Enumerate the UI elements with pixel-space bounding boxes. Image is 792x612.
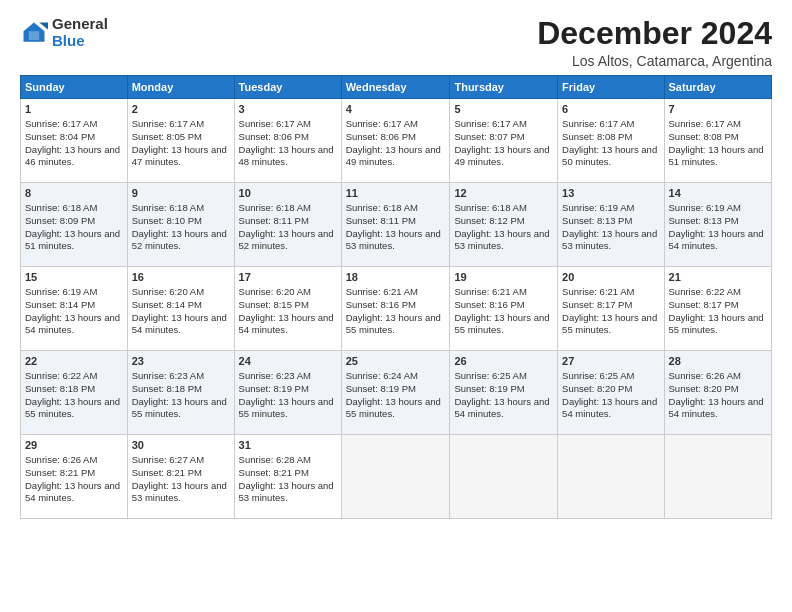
- calendar-week-row: 8Sunrise: 6:18 AMSunset: 8:09 PMDaylight…: [21, 183, 772, 267]
- daylight-text: Daylight: 13 hours and 54 minutes.: [239, 312, 334, 336]
- table-row: [558, 435, 664, 519]
- daylight-text: Daylight: 13 hours and 48 minutes.: [239, 144, 334, 168]
- day-number: 25: [346, 354, 446, 369]
- sunrise-text: Sunrise: 6:22 AM: [25, 370, 97, 381]
- table-row: 15Sunrise: 6:19 AMSunset: 8:14 PMDayligh…: [21, 267, 128, 351]
- sunrise-text: Sunrise: 6:24 AM: [346, 370, 418, 381]
- sunrise-text: Sunrise: 6:18 AM: [25, 202, 97, 213]
- sunset-text: Sunset: 8:16 PM: [346, 299, 416, 310]
- table-row: 18Sunrise: 6:21 AMSunset: 8:16 PMDayligh…: [341, 267, 450, 351]
- day-number: 15: [25, 270, 123, 285]
- day-number: 20: [562, 270, 659, 285]
- sunset-text: Sunset: 8:19 PM: [454, 383, 524, 394]
- sunset-text: Sunset: 8:05 PM: [132, 131, 202, 142]
- daylight-text: Daylight: 13 hours and 52 minutes.: [132, 228, 227, 252]
- logo-icon: [20, 19, 48, 47]
- sunset-text: Sunset: 8:21 PM: [25, 467, 95, 478]
- sunrise-text: Sunrise: 6:20 AM: [132, 286, 204, 297]
- sunrise-text: Sunrise: 6:26 AM: [669, 370, 741, 381]
- sunrise-text: Sunrise: 6:17 AM: [25, 118, 97, 129]
- table-row: 3Sunrise: 6:17 AMSunset: 8:06 PMDaylight…: [234, 99, 341, 183]
- col-thursday: Thursday: [450, 76, 558, 99]
- daylight-text: Daylight: 13 hours and 54 minutes.: [669, 396, 764, 420]
- table-row: 19Sunrise: 6:21 AMSunset: 8:16 PMDayligh…: [450, 267, 558, 351]
- day-number: 30: [132, 438, 230, 453]
- daylight-text: Daylight: 13 hours and 55 minutes.: [346, 396, 441, 420]
- daylight-text: Daylight: 13 hours and 54 minutes.: [25, 312, 120, 336]
- daylight-text: Daylight: 13 hours and 54 minutes.: [132, 312, 227, 336]
- svg-rect-2: [29, 31, 40, 40]
- sunrise-text: Sunrise: 6:17 AM: [454, 118, 526, 129]
- daylight-text: Daylight: 13 hours and 52 minutes.: [239, 228, 334, 252]
- day-number: 22: [25, 354, 123, 369]
- table-row: 4Sunrise: 6:17 AMSunset: 8:06 PMDaylight…: [341, 99, 450, 183]
- col-monday: Monday: [127, 76, 234, 99]
- day-number: 26: [454, 354, 553, 369]
- day-number: 21: [669, 270, 767, 285]
- daylight-text: Daylight: 13 hours and 55 minutes.: [562, 312, 657, 336]
- daylight-text: Daylight: 13 hours and 54 minutes.: [25, 480, 120, 504]
- table-row: 1Sunrise: 6:17 AMSunset: 8:04 PMDaylight…: [21, 99, 128, 183]
- table-row: 17Sunrise: 6:20 AMSunset: 8:15 PMDayligh…: [234, 267, 341, 351]
- sunset-text: Sunset: 8:07 PM: [454, 131, 524, 142]
- table-row: 2Sunrise: 6:17 AMSunset: 8:05 PMDaylight…: [127, 99, 234, 183]
- sunrise-text: Sunrise: 6:19 AM: [669, 202, 741, 213]
- sunrise-text: Sunrise: 6:18 AM: [239, 202, 311, 213]
- sunrise-text: Sunrise: 6:20 AM: [239, 286, 311, 297]
- daylight-text: Daylight: 13 hours and 51 minutes.: [669, 144, 764, 168]
- header: General Blue December 2024 Los Altos, Ca…: [20, 16, 772, 69]
- day-number: 12: [454, 186, 553, 201]
- sunrise-text: Sunrise: 6:28 AM: [239, 454, 311, 465]
- sunset-text: Sunset: 8:04 PM: [25, 131, 95, 142]
- daylight-text: Daylight: 13 hours and 54 minutes.: [562, 396, 657, 420]
- table-row: [450, 435, 558, 519]
- day-number: 14: [669, 186, 767, 201]
- table-row: 31Sunrise: 6:28 AMSunset: 8:21 PMDayligh…: [234, 435, 341, 519]
- table-row: 16Sunrise: 6:20 AMSunset: 8:14 PMDayligh…: [127, 267, 234, 351]
- month-title: December 2024: [537, 16, 772, 51]
- sunset-text: Sunset: 8:19 PM: [239, 383, 309, 394]
- daylight-text: Daylight: 13 hours and 55 minutes.: [25, 396, 120, 420]
- day-number: 11: [346, 186, 446, 201]
- table-row: 11Sunrise: 6:18 AMSunset: 8:11 PMDayligh…: [341, 183, 450, 267]
- col-sunday: Sunday: [21, 76, 128, 99]
- sunset-text: Sunset: 8:16 PM: [454, 299, 524, 310]
- calendar-week-row: 1Sunrise: 6:17 AMSunset: 8:04 PMDaylight…: [21, 99, 772, 183]
- day-number: 9: [132, 186, 230, 201]
- day-number: 13: [562, 186, 659, 201]
- sunrise-text: Sunrise: 6:27 AM: [132, 454, 204, 465]
- table-row: 26Sunrise: 6:25 AMSunset: 8:19 PMDayligh…: [450, 351, 558, 435]
- day-number: 3: [239, 102, 337, 117]
- sunrise-text: Sunrise: 6:21 AM: [562, 286, 634, 297]
- sunrise-text: Sunrise: 6:17 AM: [132, 118, 204, 129]
- logo-text: General Blue: [52, 16, 108, 49]
- sunset-text: Sunset: 8:14 PM: [25, 299, 95, 310]
- table-row: 24Sunrise: 6:23 AMSunset: 8:19 PMDayligh…: [234, 351, 341, 435]
- sunrise-text: Sunrise: 6:17 AM: [346, 118, 418, 129]
- day-number: 2: [132, 102, 230, 117]
- sunset-text: Sunset: 8:12 PM: [454, 215, 524, 226]
- table-row: 9Sunrise: 6:18 AMSunset: 8:10 PMDaylight…: [127, 183, 234, 267]
- sunset-text: Sunset: 8:08 PM: [562, 131, 632, 142]
- table-row: 14Sunrise: 6:19 AMSunset: 8:13 PMDayligh…: [664, 183, 771, 267]
- sunrise-text: Sunrise: 6:22 AM: [669, 286, 741, 297]
- table-row: 29Sunrise: 6:26 AMSunset: 8:21 PMDayligh…: [21, 435, 128, 519]
- sunrise-text: Sunrise: 6:18 AM: [132, 202, 204, 213]
- sunrise-text: Sunrise: 6:19 AM: [25, 286, 97, 297]
- table-row: 7Sunrise: 6:17 AMSunset: 8:08 PMDaylight…: [664, 99, 771, 183]
- daylight-text: Daylight: 13 hours and 54 minutes.: [454, 396, 549, 420]
- sunset-text: Sunset: 8:20 PM: [669, 383, 739, 394]
- col-friday: Friday: [558, 76, 664, 99]
- sunrise-text: Sunrise: 6:25 AM: [454, 370, 526, 381]
- table-row: 28Sunrise: 6:26 AMSunset: 8:20 PMDayligh…: [664, 351, 771, 435]
- sunset-text: Sunset: 8:08 PM: [669, 131, 739, 142]
- sunset-text: Sunset: 8:21 PM: [239, 467, 309, 478]
- day-number: 24: [239, 354, 337, 369]
- day-number: 7: [669, 102, 767, 117]
- sunrise-text: Sunrise: 6:17 AM: [562, 118, 634, 129]
- daylight-text: Daylight: 13 hours and 46 minutes.: [25, 144, 120, 168]
- table-row: 5Sunrise: 6:17 AMSunset: 8:07 PMDaylight…: [450, 99, 558, 183]
- sunrise-text: Sunrise: 6:21 AM: [454, 286, 526, 297]
- daylight-text: Daylight: 13 hours and 53 minutes.: [562, 228, 657, 252]
- location: Los Altos, Catamarca, Argentina: [537, 53, 772, 69]
